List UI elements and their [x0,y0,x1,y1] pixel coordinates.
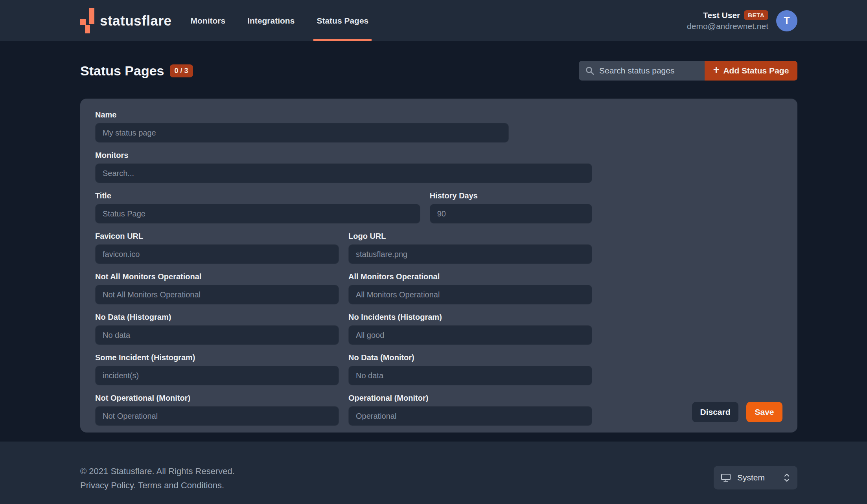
statusflare-logo[interactable]: statusflare [80,0,172,41]
theme-selector[interactable]: System [714,466,797,489]
search-icon [585,66,595,75]
favicon-url-input[interactable] [95,244,339,264]
chevron-up-down-icon [783,473,790,483]
monitor-icon [721,473,731,482]
some-incident-histogram-label: Some Incident (Histogram) [95,353,339,362]
no-data-histogram-label: No Data (Histogram) [95,312,339,322]
monitors-search-input[interactable] [95,163,592,183]
all-monitors-operational-input[interactable] [348,285,592,304]
brand-name: statusflare [100,13,172,29]
no-incidents-histogram-input[interactable] [348,325,592,345]
not-operational-monitor-input[interactable] [95,406,339,426]
not-all-monitors-operational-input[interactable] [95,285,339,304]
top-nav: statusflare Monitors Integrations Status… [0,0,867,41]
title-label: Title [95,191,420,200]
user-name: Test User [703,11,740,20]
page-title: Status Pages [80,63,164,79]
user-block: Test User BETA demo@andrewnet.net [687,10,768,31]
history-days-input[interactable] [430,204,592,224]
header-divider [80,89,797,89]
not-all-monitors-operational-label: Not All Monitors Operational [95,272,339,281]
theme-selector-value: System [737,473,777,482]
some-incident-histogram-input[interactable] [95,366,339,385]
no-incidents-histogram-label: No Incidents (Histogram) [348,312,592,322]
nav-item-monitors[interactable]: Monitors [189,0,227,41]
no-data-monitor-label: No Data (Monitor) [348,353,592,362]
favicon-url-label: Favicon URL [95,231,339,241]
nav-item-integrations[interactable]: Integrations [246,0,296,41]
main-content: Status Pages 0 / 3 + Add Status Page Nam… [0,41,867,442]
operational-monitor-label: Operational (Monitor) [348,393,592,403]
terms-link[interactable]: Terms and Conditions. [138,480,224,490]
monitors-label: Monitors [95,150,592,160]
statusflare-logo-icon [80,8,95,33]
privacy-policy-link[interactable]: Privacy Policy. [80,480,136,490]
history-days-label: History Days [430,191,592,200]
plus-icon: + [713,65,720,75]
name-label: Name [95,110,509,119]
all-monitors-operational-label: All Monitors Operational [348,272,592,281]
count-badge: 0 / 3 [170,64,193,77]
nav-items: Monitors Integrations Status Pages [189,0,370,41]
title-input[interactable] [95,204,420,224]
save-button[interactable]: Save [746,402,782,422]
discard-button[interactable]: Discard [692,402,738,422]
logo-url-input[interactable] [348,244,592,264]
search-box [579,61,705,81]
search-input[interactable] [599,66,698,75]
avatar[interactable]: T [776,10,797,31]
name-input[interactable] [95,123,509,143]
footer: © 2021 Statusflare. All Rights Reserved.… [0,442,867,504]
operational-monitor-input[interactable] [348,406,592,426]
status-page-form-card: Name Monitors Title History Days [80,99,797,433]
add-status-page-button[interactable]: + Add Status Page [705,61,797,81]
no-data-monitor-input[interactable] [348,366,592,385]
logo-url-label: Logo URL [348,231,592,241]
add-status-page-label: Add Status Page [723,66,789,75]
no-data-histogram-input[interactable] [95,325,339,345]
nav-item-status-pages[interactable]: Status Pages [315,0,370,41]
user-email: demo@andrewnet.net [687,22,768,31]
copyright-text: © 2021 Statusflare. All Rights Reserved. [80,464,235,478]
beta-badge: BETA [744,10,768,20]
not-operational-monitor-label: Not Operational (Monitor) [95,393,339,403]
